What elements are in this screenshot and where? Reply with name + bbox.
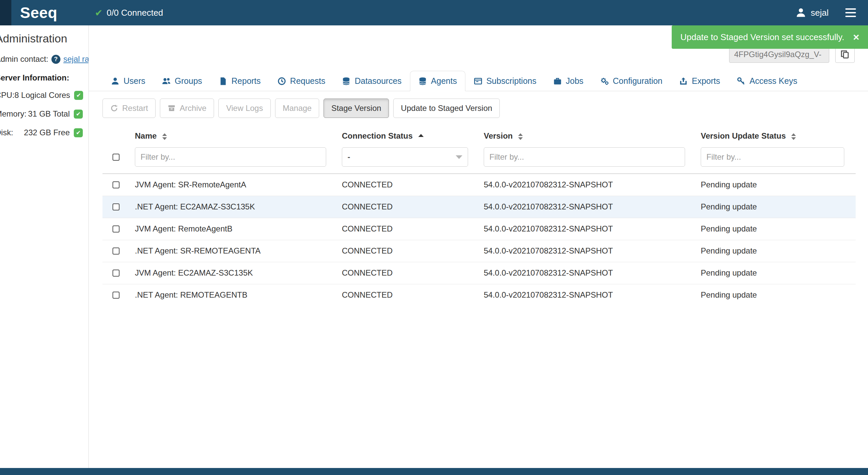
table-row[interactable]: JVM Agent: SR-RemoteAgentA CONNECTED 54.… xyxy=(102,174,856,196)
table-row[interactable]: .NET Agent: REMOTEAGENTB CONNECTED 54.0.… xyxy=(102,284,856,306)
stage-version-button[interactable]: Stage Version xyxy=(323,98,389,118)
tab-datasources[interactable]: Datasources xyxy=(334,71,410,91)
manage-button[interactable]: Manage xyxy=(275,98,319,118)
agent-name: .NET Agent: EC2AMAZ-S3C135K xyxy=(130,196,338,218)
row-checkbox[interactable] xyxy=(113,270,120,276)
hamburger-menu-icon[interactable] xyxy=(845,8,856,17)
ok-check-icon: ✔ xyxy=(74,110,83,119)
row-checkbox[interactable] xyxy=(113,292,120,299)
connection-status: ✔ 0/0 Connected xyxy=(95,7,163,18)
row-checkbox[interactable] xyxy=(113,203,120,210)
column-label[interactable]: Name xyxy=(135,131,157,140)
column-header-name[interactable]: Name xyxy=(130,125,338,145)
sort-icon xyxy=(162,133,167,140)
tab-users[interactable]: Users xyxy=(102,71,154,91)
tab-label: Groups xyxy=(175,76,202,86)
version-cell: 54.0.0-v202107082312-SNAPSHOT xyxy=(479,240,696,262)
column-header-version[interactable]: Version xyxy=(479,125,696,145)
update-status-cell: Pending update xyxy=(696,218,856,240)
admin-contact: Admin contact: ? sejal raval xyxy=(0,55,89,64)
connection-status-cell: CONNECTED xyxy=(338,284,479,306)
briefcase-icon xyxy=(553,77,562,86)
view-logs-button[interactable]: View Logs xyxy=(218,98,271,118)
agent-name: JVM Agent: RemoteAgentB xyxy=(130,218,338,240)
column-header-connection-status[interactable]: Connection Status xyxy=(338,125,479,145)
admin-contact-link[interactable]: sejal raval xyxy=(63,55,89,64)
tab-agents[interactable]: Agents xyxy=(410,71,465,91)
connection-status-cell: CONNECTED xyxy=(338,174,479,196)
card-icon xyxy=(474,77,483,86)
version-update-status-filter-input[interactable] xyxy=(701,147,844,167)
toast-message: Update to Staged Version set successfull… xyxy=(680,32,844,42)
connection-status-cell: CONNECTED xyxy=(338,262,479,284)
connection-status-filter-select[interactable]: - xyxy=(342,147,468,167)
user-menu[interactable]: sejal xyxy=(796,7,829,18)
server-info-heading: Server Information: xyxy=(0,73,89,83)
tab-subscriptions[interactable]: Subscriptions xyxy=(465,71,545,91)
button-label: Manage xyxy=(283,103,312,113)
table-row[interactable]: .NET Agent: EC2AMAZ-S3C135K CONNECTED 54… xyxy=(102,196,856,218)
update-status-cell: Pending update xyxy=(696,240,856,262)
row-checkbox[interactable] xyxy=(113,247,120,255)
sort-icon xyxy=(791,133,796,140)
select-all-checkbox[interactable] xyxy=(113,154,120,161)
row-checkbox[interactable] xyxy=(113,226,120,233)
archive-icon xyxy=(167,104,176,112)
tab-exports[interactable]: Exports xyxy=(671,71,728,91)
toast-close-icon[interactable]: × xyxy=(853,32,859,42)
update-status-cell: Pending update xyxy=(696,196,856,218)
tab-label: Subscriptions xyxy=(487,76,536,86)
update-status-cell: Pending update xyxy=(696,284,856,306)
history-icon xyxy=(277,77,286,86)
stat-label: Disk: xyxy=(0,128,13,137)
version-cell: 54.0.0-v202107082312-SNAPSHOT xyxy=(479,284,696,306)
tab-access-keys[interactable]: Access Keys xyxy=(728,71,806,91)
tab-requests[interactable]: Requests xyxy=(269,71,334,91)
stat-memory: Memory: 31 GB Total ✔ xyxy=(0,109,83,119)
table-row[interactable]: .NET Agent: SR-REMOTEAGENTA CONNECTED 54… xyxy=(102,240,856,262)
tab-reports[interactable]: Reports xyxy=(210,71,269,91)
agent-name: .NET Agent: REMOTEAGENTB xyxy=(130,284,338,306)
table-filter-row: - xyxy=(102,145,856,174)
agent-name: JVM Agent: SR-RemoteAgentA xyxy=(130,174,338,196)
ok-check-icon: ✔ xyxy=(74,128,83,137)
button-label: View Logs xyxy=(226,103,263,113)
name-filter-input[interactable] xyxy=(135,147,326,167)
tab-bar: Users Groups Reports Requests Datasource… xyxy=(89,71,868,91)
agents-toolbar: Restart Archive View Logs Manage Stage V… xyxy=(102,98,868,118)
user-icon xyxy=(796,7,806,18)
sort-asc-icon xyxy=(418,134,424,137)
toast-success: Update to Staged Version set successfull… xyxy=(672,25,868,49)
update-status-cell: Pending update xyxy=(696,174,856,196)
app-corner-button[interactable] xyxy=(0,0,11,25)
export-icon xyxy=(679,77,688,86)
version-filter-input[interactable] xyxy=(484,147,685,167)
table-row[interactable]: JVM Agent: EC2AMAZ-S3C135K CONNECTED 54.… xyxy=(102,262,856,284)
version-cell: 54.0.0-v202107082312-SNAPSHOT xyxy=(479,262,696,284)
table-row[interactable]: JVM Agent: RemoteAgentB CONNECTED 54.0.0… xyxy=(102,218,856,240)
column-label[interactable]: Version Update Status xyxy=(701,131,786,140)
row-checkbox[interactable] xyxy=(113,181,120,188)
tab-label: Exports xyxy=(692,76,720,86)
help-icon[interactable]: ? xyxy=(52,55,60,64)
key-icon xyxy=(737,77,745,86)
tab-configuration[interactable]: Configuration xyxy=(592,71,671,91)
restart-button[interactable]: Restart xyxy=(102,98,156,118)
archive-button[interactable]: Archive xyxy=(160,98,214,118)
column-label[interactable]: Connection Status xyxy=(342,131,413,140)
tab-groups[interactable]: Groups xyxy=(154,71,210,91)
update-to-staged-version-button[interactable]: Update to Staged Version xyxy=(393,98,500,118)
database-icon xyxy=(342,77,350,86)
check-icon: ✔ xyxy=(95,7,102,18)
top-navbar: Seeq ✔ 0/0 Connected sejal xyxy=(0,0,868,25)
stat-cpu: CPU: 8 Logical Cores ✔ xyxy=(0,91,83,100)
connection-status-text: 0/0 Connected xyxy=(106,8,163,18)
tab-jobs[interactable]: Jobs xyxy=(545,71,592,91)
stat-value: 31 GB Total xyxy=(28,109,70,119)
button-label: Restart xyxy=(122,103,148,113)
stat-label: CPU: xyxy=(0,91,14,100)
column-label[interactable]: Version xyxy=(484,131,513,140)
stat-disk: Disk: 232 GB Free ✔ xyxy=(0,128,83,137)
column-header-version-update-status[interactable]: Version Update Status xyxy=(696,125,856,145)
stat-label: Memory: xyxy=(0,109,26,119)
